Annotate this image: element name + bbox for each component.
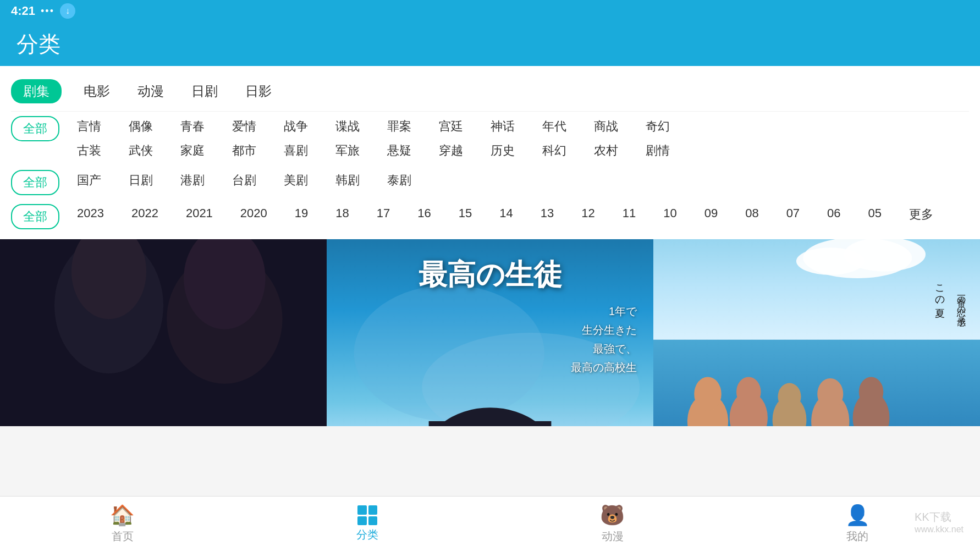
year-18[interactable]: 18 bbox=[324, 204, 360, 225]
brand-name: KK下载 bbox=[915, 510, 964, 525]
brand-watermark: KK下载 www.kkx.net bbox=[915, 510, 964, 535]
genre-yanqing[interactable]: 言情 bbox=[66, 116, 112, 137]
svg-point-18 bbox=[694, 377, 722, 411]
region-hanjü[interactable]: 韩剧 bbox=[324, 170, 371, 191]
genre-xuanyi[interactable]: 悬疑 bbox=[376, 140, 422, 161]
genre-wuxia[interactable]: 武侠 bbox=[118, 140, 164, 161]
content-card-1[interactable] bbox=[0, 239, 327, 426]
category-icon bbox=[357, 505, 377, 525]
genre-juqing[interactable]: 剧情 bbox=[635, 140, 681, 161]
nav-item-home[interactable]: 🏠 首页 bbox=[0, 504, 245, 544]
bottom-navigation: 🏠 首页 分类 🐻 动漫 👤 我的 KK下载 www.kkx.net bbox=[0, 496, 980, 551]
filter-section: 剧集 电影 动漫 日剧 日影 全部 言情 偶像 青春 爱情 战争 谍战 罪案 宫… bbox=[0, 66, 980, 239]
type-item-movie[interactable]: 电影 bbox=[78, 80, 115, 102]
region-meijü[interactable]: 美剧 bbox=[273, 170, 319, 191]
genre-guzhuang[interactable]: 古装 bbox=[66, 140, 112, 161]
svg-point-26 bbox=[859, 377, 884, 406]
genre-ouxiang[interactable]: 偶像 bbox=[118, 116, 164, 137]
content-card-3[interactable]: この夏、 一番の恋の予感 bbox=[653, 239, 980, 426]
genre-junlü[interactable]: 军旅 bbox=[324, 140, 371, 161]
year-12[interactable]: 12 bbox=[570, 204, 605, 225]
status-time: 4:21 bbox=[11, 4, 35, 18]
svg-point-22 bbox=[778, 383, 801, 411]
nav-item-anime[interactable]: 🐻 动漫 bbox=[490, 504, 735, 544]
anime-icon: 🐻 bbox=[600, 504, 625, 527]
nav-label-category: 分类 bbox=[356, 527, 378, 542]
genre-kehuan[interactable]: 科幻 bbox=[531, 140, 577, 161]
genre-qihuan[interactable]: 奇幻 bbox=[635, 116, 681, 137]
genre-diézhan[interactable]: 谍战 bbox=[324, 116, 371, 137]
genre-aiqing[interactable]: 爱情 bbox=[221, 116, 267, 137]
card2-subtitle2: 生分生きた bbox=[571, 321, 637, 339]
year-11[interactable]: 11 bbox=[612, 204, 647, 225]
genre-xiju[interactable]: 喜剧 bbox=[273, 140, 319, 161]
year-06[interactable]: 06 bbox=[816, 204, 851, 225]
genre-nongcun[interactable]: 农村 bbox=[583, 140, 629, 161]
genre-jiating[interactable]: 家庭 bbox=[169, 140, 216, 161]
japanese-title-line1: 最高の生徒 bbox=[419, 256, 562, 294]
genre-all-button[interactable]: 全部 bbox=[11, 116, 59, 141]
svg-point-14 bbox=[796, 247, 865, 275]
year-2023[interactable]: 2023 bbox=[66, 204, 115, 225]
year-more[interactable]: 更多 bbox=[898, 204, 944, 225]
type-filter-row: 剧集 电影 动漫 日剧 日影 bbox=[11, 71, 969, 112]
card2-subtitle1: 1年で bbox=[571, 302, 637, 321]
year-14[interactable]: 14 bbox=[488, 204, 524, 225]
content-area: 最高の生徒 1年で 生分生きた 最強で、 最高の高校生 bbox=[0, 239, 980, 426]
page-header: 分类 bbox=[0, 22, 980, 66]
region-all-button[interactable]: 全部 bbox=[11, 170, 59, 195]
region-items: 国产 日剧 港剧 台剧 美剧 韩剧 泰剧 bbox=[66, 170, 422, 191]
nav-label-anime: 动漫 bbox=[602, 529, 624, 544]
region-filter-row: 全部 国产 日剧 港剧 台剧 美剧 韩剧 泰剧 bbox=[11, 166, 969, 200]
genre-shenhua[interactable]: 神话 bbox=[480, 116, 526, 137]
genre-dushi[interactable]: 都市 bbox=[221, 140, 267, 161]
nav-label-profile: 我的 bbox=[846, 529, 868, 544]
year-16[interactable]: 16 bbox=[406, 204, 442, 225]
genre-lishi[interactable]: 历史 bbox=[480, 140, 526, 161]
year-17[interactable]: 17 bbox=[366, 204, 401, 225]
profile-icon: 👤 bbox=[845, 504, 870, 527]
genre-shangzhan[interactable]: 商战 bbox=[583, 116, 629, 137]
svg-rect-5 bbox=[0, 239, 327, 426]
type-item-jmovie[interactable]: 日影 bbox=[240, 80, 277, 102]
genre-gongting[interactable]: 宫廷 bbox=[428, 116, 474, 137]
region-guochan[interactable]: 国产 bbox=[66, 170, 112, 191]
year-19[interactable]: 19 bbox=[284, 204, 319, 225]
status-dots: ••• bbox=[41, 5, 54, 17]
genre-zhanzheng[interactable]: 战争 bbox=[273, 116, 319, 137]
card2-subtitle3: 最強で、 bbox=[571, 339, 637, 358]
genre-qingchun[interactable]: 青春 bbox=[169, 116, 216, 137]
year-07[interactable]: 07 bbox=[775, 204, 811, 225]
region-gangjü[interactable]: 港剧 bbox=[169, 170, 216, 191]
type-item-anime[interactable]: 动漫 bbox=[132, 80, 169, 102]
genre-chuanyue[interactable]: 穿越 bbox=[428, 140, 474, 161]
year-08[interactable]: 08 bbox=[734, 204, 769, 225]
card3-text1: この夏、 bbox=[931, 267, 948, 311]
genre-items-block: 言情 偶像 青春 爱情 战争 谍战 罪案 宫廷 神话 年代 商战 奇幻 古装 武… bbox=[66, 116, 969, 161]
genre-niandai[interactable]: 年代 bbox=[531, 116, 577, 137]
year-2020[interactable]: 2020 bbox=[229, 204, 278, 225]
svg-point-20 bbox=[736, 377, 761, 406]
year-09[interactable]: 09 bbox=[693, 204, 729, 225]
type-item-drama[interactable]: 剧集 bbox=[11, 79, 62, 103]
region-rijü[interactable]: 日剧 bbox=[118, 170, 164, 191]
year-2022[interactable]: 2022 bbox=[120, 204, 169, 225]
year-15[interactable]: 15 bbox=[448, 204, 483, 225]
year-10[interactable]: 10 bbox=[652, 204, 687, 225]
genre-filter-row: 全部 言情 偶像 青春 爱情 战争 谍战 罪案 宫廷 神话 年代 商战 奇幻 古… bbox=[11, 112, 969, 166]
year-13[interactable]: 13 bbox=[530, 204, 565, 225]
genre-zuian[interactable]: 罪案 bbox=[376, 116, 422, 137]
year-all-button[interactable]: 全部 bbox=[11, 204, 59, 229]
genre-line-1: 言情 偶像 青春 爱情 战争 谍战 罪案 宫廷 神话 年代 商战 奇幻 bbox=[66, 116, 969, 137]
year-05[interactable]: 05 bbox=[857, 204, 893, 225]
nav-item-category[interactable]: 分类 bbox=[245, 505, 491, 542]
region-taijü2[interactable]: 泰剧 bbox=[376, 170, 422, 191]
svg-rect-10 bbox=[429, 421, 552, 426]
card2-subtitle4: 最高の高校生 bbox=[571, 358, 637, 377]
content-card-2[interactable]: 最高の生徒 1年で 生分生きた 最強で、 最高の高校生 bbox=[327, 239, 653, 426]
page-title: 分类 bbox=[16, 29, 60, 59]
home-icon: 🏠 bbox=[110, 504, 135, 527]
type-item-jdrama[interactable]: 日剧 bbox=[186, 80, 223, 102]
region-taijü[interactable]: 台剧 bbox=[221, 170, 267, 191]
year-2021[interactable]: 2021 bbox=[175, 204, 224, 225]
